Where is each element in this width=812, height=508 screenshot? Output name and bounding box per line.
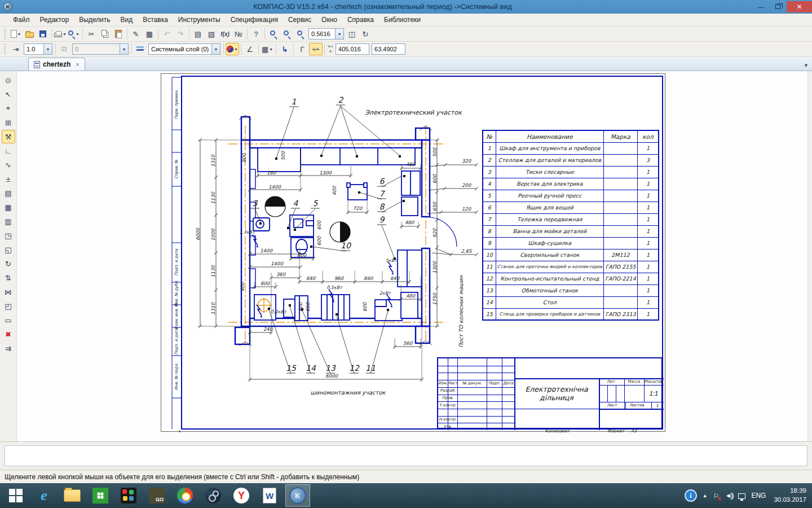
sheets-tool[interactable]: ▭ <box>2 313 15 327</box>
document-manager-button[interactable]: ▤ <box>191 28 205 40</box>
delete-tool[interactable]: ✖ <box>2 327 15 341</box>
perpendicular-tool[interactable]: ∟ <box>2 144 15 157</box>
vertical-scrollbar[interactable] <box>807 71 812 441</box>
save-fragment-tool[interactable]: ▤ <box>2 186 15 200</box>
local-csys-button[interactable]: ↳ <box>278 43 292 55</box>
insert-view-tool[interactable]: ◳ <box>2 229 15 242</box>
zoom-select-button[interactable] <box>280 28 294 40</box>
edit-hammer-tool[interactable]: ⚒ <box>2 130 15 143</box>
renumber-button[interactable]: № <box>232 28 245 40</box>
chevron-down-icon[interactable]: ▼ <box>120 44 128 54</box>
coord-y-input[interactable]: 405.016 <box>336 43 369 55</box>
restore-button[interactable] <box>770 1 786 12</box>
network-icon[interactable] <box>738 493 745 499</box>
refresh-button[interactable]: ↻ <box>359 28 372 40</box>
print-button[interactable]: ▼ <box>54 28 67 40</box>
open-button[interactable] <box>23 28 36 40</box>
rebuild-button[interactable]: ◫ <box>345 28 359 40</box>
taskbar-store-button[interactable] <box>88 484 113 507</box>
chevron-down-icon[interactable]: ▼ <box>17 32 21 36</box>
menu-Файл[interactable]: Файл <box>8 14 35 25</box>
deform-tool[interactable]: ◰ <box>2 299 15 313</box>
tab-list-chevron-icon[interactable]: ▼ <box>804 63 809 68</box>
drawing-sheet[interactable]: 1801300140050090040072048048014008001400… <box>161 73 666 432</box>
app-icon[interactable]: K <box>3 2 12 11</box>
mobile-link-button[interactable]: ▧ <box>205 28 218 40</box>
ortho-button[interactable]: Γ <box>295 43 309 55</box>
taskbar-explorer-button[interactable] <box>60 484 85 507</box>
zoom-inout-button[interactable] <box>294 28 307 40</box>
menu-Вид[interactable]: Вид <box>116 14 138 25</box>
tab-close-icon[interactable]: × <box>76 61 79 68</box>
drawing-canvas[interactable]: 1801300140050090040072048048014008001400… <box>17 71 812 441</box>
select-tool[interactable]: ↖ <box>2 87 15 101</box>
snap-grid-tool[interactable]: ⊞ <box>2 116 15 129</box>
tray-info-icon[interactable]: i <box>685 489 697 502</box>
property-field[interactable] <box>5 445 807 466</box>
layer-combo[interactable]: Системный слой (0)▼ <box>148 43 220 55</box>
menu-Инструменты[interactable]: Инструменты <box>173 14 226 25</box>
taskbar-ie-button[interactable]: e <box>32 484 56 507</box>
points-tool[interactable]: ⌖ <box>2 102 15 115</box>
menu-Выделить[interactable]: Выделить <box>74 14 115 25</box>
undo-button[interactable]: ↶ <box>160 28 174 40</box>
snap-magnet-button[interactable]: ▼ <box>226 43 239 55</box>
copies-combo[interactable]: 0▼ <box>72 43 129 55</box>
chevron-down-icon[interactable]: ▼ <box>335 29 343 39</box>
context-help-button[interactable]: ? <box>249 28 263 40</box>
close-button[interactable]: ✕ <box>787 1 812 12</box>
menu-Сервис[interactable]: Сервис <box>283 14 316 25</box>
taskbar-yandex-button[interactable]: Y <box>229 484 254 507</box>
chevron-down-icon[interactable]: ▼ <box>63 32 67 36</box>
tab-chertezh[interactable]: chertezh × <box>28 58 85 71</box>
menu-Библиотеки[interactable]: Библиотеки <box>379 14 426 25</box>
taskbar-word-button[interactable]: W <box>257 484 282 507</box>
menu-Спецификация[interactable]: Спецификация <box>226 14 283 25</box>
action-center-flag-icon[interactable]: ⚐✕ <box>713 491 720 501</box>
zoom-all-button[interactable] <box>267 28 280 40</box>
coord-x-input[interactable]: 63.4902 <box>372 43 405 55</box>
chevron-down-icon[interactable]: ▼ <box>211 44 220 54</box>
menu-Окно[interactable]: Окно <box>316 14 342 25</box>
taskbar-kompas-button[interactable]: K <box>285 484 310 507</box>
paste-button[interactable] <box>112 28 125 40</box>
measure-tool[interactable]: ⇉ <box>2 341 15 355</box>
menu-Вставка[interactable]: Вставка <box>138 14 173 25</box>
new-document-button[interactable]: ▼ <box>9 28 23 40</box>
clock[interactable]: 18:39 30.03.2017 <box>774 487 809 504</box>
copies-icon[interactable]: ⧉ <box>58 43 71 55</box>
language-indicator[interactable]: ENG <box>751 492 766 500</box>
spreadsheet-button[interactable]: ▦ <box>143 28 156 40</box>
minimize-button[interactable]: — <box>753 1 769 12</box>
toolbar-grip[interactable] <box>5 44 7 54</box>
scale-tool[interactable]: ⇅ <box>2 271 15 284</box>
taskbar-pictures-button[interactable] <box>116 484 141 507</box>
taskbar-steam-button[interactable] <box>201 484 226 507</box>
spline-tool[interactable]: ∿ <box>2 158 15 172</box>
rotate-tool[interactable]: ↻ <box>2 257 15 270</box>
copy-object-tool[interactable]: ◱ <box>2 243 15 256</box>
step-combo[interactable]: 1.0▼ <box>24 43 52 55</box>
layers-icon[interactable] <box>134 43 147 55</box>
taskbar-start-button[interactable] <box>3 484 28 507</box>
angle-snap-button[interactable]: ∠ <box>243 43 257 55</box>
volume-icon[interactable]: ◄)) <box>725 492 733 500</box>
taskbar-chrome-button[interactable] <box>173 484 197 507</box>
report-tool[interactable]: ▥ <box>2 214 15 228</box>
fx-variables-button[interactable]: f(x) <box>218 28 232 40</box>
copy-button[interactable] <box>98 28 112 40</box>
save-button[interactable] <box>36 28 50 40</box>
tray-up-chevron-icon[interactable]: ▲ <box>703 493 708 498</box>
chevron-down-icon[interactable]: ▼ <box>43 44 52 54</box>
snap-lines-button[interactable]: +∕+ <box>309 43 323 55</box>
grid-button[interactable]: ▦▼ <box>261 43 274 55</box>
mirror-tool[interactable]: ⋈ <box>2 285 15 299</box>
cut-button[interactable]: ✂ <box>85 28 98 40</box>
plusminus-tool[interactable]: ± <box>2 172 15 186</box>
zoom-scale-combo[interactable]: 0.5616 ▼ <box>308 28 344 40</box>
toolbar-grip[interactable] <box>5 29 7 39</box>
table-tool[interactable]: ▦ <box>2 200 15 214</box>
copy-properties-button[interactable]: ✎ <box>129 28 143 40</box>
menu-Редактор[interactable]: Редактор <box>35 14 74 25</box>
print-preview-button[interactable]: ▼ <box>67 28 81 40</box>
